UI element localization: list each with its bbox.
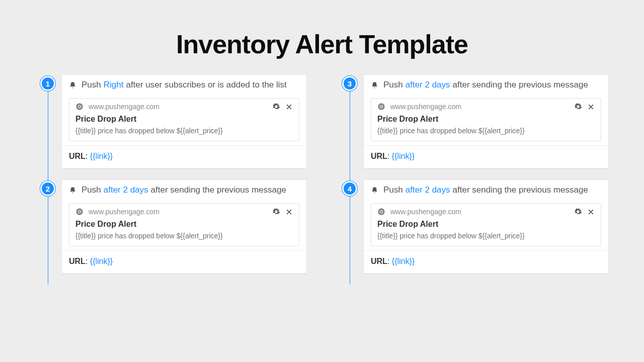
chrome-icon [377, 208, 385, 216]
notification-preview: www.pushengage.com Price Drop Alert {{ti… [69, 98, 299, 141]
card-header: Push after 2 days after sending the prev… [62, 180, 306, 203]
step-card: 2 Push after 2 days after sending the pr… [35, 179, 307, 274]
svg-point-8 [380, 106, 382, 108]
svg-point-2 [78, 106, 80, 108]
bell-icon [69, 187, 76, 194]
notification-top-bar: www.pushengage.com [69, 99, 299, 114]
push-timing[interactable]: after 2 days [104, 185, 148, 195]
page-title: Inventory Alert Template [0, 0, 644, 74]
push-trail: after sending the previous message [453, 185, 588, 195]
card: Push after 2 days after sending the prev… [61, 179, 307, 274]
card: Push after 2 days after sending the prev… [363, 74, 609, 168]
notification-preview: www.pushengage.com Price Drop Alert {{ti… [69, 203, 299, 246]
gear-icon[interactable] [574, 103, 582, 111]
card-header: Push after 2 days after sending the prev… [364, 75, 608, 98]
card-header: Push Right after user subscribes or is a… [62, 75, 306, 98]
push-timing[interactable]: after 2 days [406, 80, 450, 90]
svg-point-5 [78, 211, 80, 213]
push-label: Push [82, 80, 101, 90]
push-timing[interactable]: Right [104, 80, 124, 90]
url-value[interactable]: {{link}} [90, 257, 113, 265]
step-number-badge: 4 [342, 181, 357, 196]
step-card: 3 Push after 2 days after sending the pr… [337, 74, 609, 168]
svg-point-11 [380, 211, 382, 213]
notification-preview: www.pushengage.com Price Drop Alert {{ti… [371, 98, 601, 141]
steps-container: 1 Push Right after user subscribes or is… [0, 74, 644, 285]
notification-body: {{title}} price has dropped below ${{ale… [371, 232, 601, 246]
notification-top-bar: www.pushengage.com [371, 99, 601, 114]
url-value[interactable]: {{link}} [392, 152, 415, 160]
chrome-icon [75, 103, 84, 111]
close-icon[interactable] [285, 103, 293, 111]
notification-title: Price Drop Alert [69, 219, 299, 232]
url-row: URL: {{link}} [364, 250, 608, 273]
card-header: Push after 2 days after sending the prev… [364, 180, 608, 203]
notification-body: {{title}} price has dropped below ${{ale… [371, 127, 601, 141]
gear-icon[interactable] [272, 103, 280, 111]
notification-top-bar: www.pushengage.com [371, 204, 601, 219]
card: Push after 2 days after sending the prev… [363, 179, 609, 274]
url-row: URL: {{link}} [62, 250, 306, 273]
push-trail: after sending the previous message [151, 185, 286, 195]
url-label: URL [69, 257, 86, 265]
url-value[interactable]: {{link}} [90, 152, 113, 160]
gear-icon[interactable] [272, 208, 280, 216]
column-right: 3 Push after 2 days after sending the pr… [337, 74, 609, 285]
column-left: 1 Push Right after user subscribes or is… [35, 74, 307, 285]
step-number-badge: 3 [342, 76, 357, 91]
push-timing[interactable]: after 2 days [406, 185, 450, 195]
card: Push Right after user subscribes or is a… [61, 74, 307, 168]
bell-icon [69, 81, 76, 89]
bell-icon [371, 81, 378, 89]
notification-body: {{title}} price has dropped below ${{ale… [69, 232, 299, 246]
notification-domain: www.pushengage.com [89, 103, 267, 111]
notification-body: {{title}} price has dropped below ${{ale… [69, 127, 299, 141]
step-number-badge: 2 [40, 181, 55, 196]
url-value[interactable]: {{link}} [392, 257, 415, 265]
gear-icon[interactable] [574, 208, 582, 216]
push-label: Push [383, 80, 403, 90]
close-icon[interactable] [285, 208, 293, 216]
push-trail: after user subscribes or is added to the… [126, 80, 286, 90]
bell-icon [371, 187, 378, 194]
notification-top-bar: www.pushengage.com [69, 204, 299, 219]
url-row: URL: {{link}} [364, 145, 608, 168]
close-icon[interactable] [587, 103, 595, 111]
notification-title: Price Drop Alert [69, 114, 299, 127]
url-row: URL: {{link}} [62, 145, 306, 168]
push-trail: after sending the previous message [453, 80, 588, 90]
notification-domain: www.pushengage.com [89, 208, 267, 216]
notification-preview: www.pushengage.com Price Drop Alert {{ti… [371, 203, 601, 246]
notification-domain: www.pushengage.com [390, 103, 569, 111]
url-label: URL [69, 152, 86, 160]
notification-domain: www.pushengage.com [390, 208, 569, 216]
push-label: Push [383, 185, 403, 195]
step-card: 4 Push after 2 days after sending the pr… [337, 179, 609, 274]
notification-title: Price Drop Alert [371, 219, 601, 232]
step-number-badge: 1 [40, 76, 55, 91]
close-icon[interactable] [587, 208, 595, 216]
chrome-icon [377, 103, 385, 111]
push-label: Push [82, 185, 101, 195]
url-label: URL [371, 257, 387, 265]
chrome-icon [75, 208, 84, 216]
url-label: URL [371, 152, 387, 160]
step-card: 1 Push Right after user subscribes or is… [35, 74, 307, 168]
notification-title: Price Drop Alert [371, 114, 601, 127]
